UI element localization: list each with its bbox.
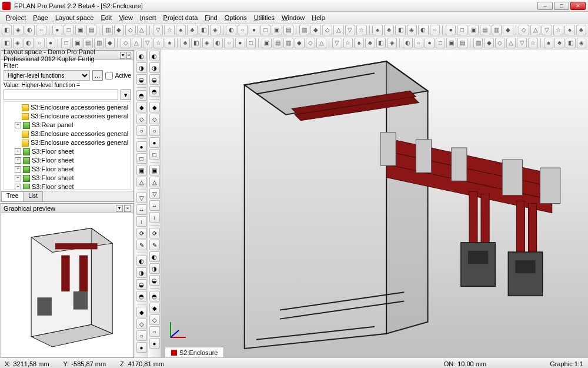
toolbar-button[interactable]: ◧ <box>2 25 12 35</box>
value-input[interactable] <box>4 89 118 100</box>
vtool-button[interactable]: ◐ <box>136 256 147 266</box>
vtool-button[interactable]: ◐ <box>149 51 160 61</box>
vtool-button[interactable]: ↕ <box>149 212 160 223</box>
toolbar-button[interactable]: ☆ <box>528 38 538 48</box>
toolbar-button[interactable]: □ <box>246 38 256 48</box>
toolbar-button[interactable]: ♣ <box>187 25 197 35</box>
maximize-button[interactable]: □ <box>554 2 569 10</box>
menu-project-data[interactable]: Project data <box>160 13 202 22</box>
toolbar-button[interactable]: ● <box>425 38 435 48</box>
toolbar-button[interactable]: ◧ <box>566 38 576 48</box>
toolbar-button[interactable]: ◐ <box>25 25 35 35</box>
toolbar-button[interactable]: ○ <box>36 25 46 35</box>
vtool-button[interactable]: ◓ <box>136 291 147 301</box>
toolbar-button[interactable]: ▥ <box>299 25 309 35</box>
toolbar-button[interactable]: ☆ <box>553 25 563 35</box>
vtool-button[interactable]: ↕ <box>136 216 147 227</box>
vtool-button[interactable]: ↔ <box>136 204 147 215</box>
vtool-button[interactable]: ○ <box>149 326 160 337</box>
toolbar-button[interactable]: ▽ <box>332 38 342 48</box>
toolbar-button[interactable]: ▤ <box>86 25 96 35</box>
toolbar-button[interactable]: △ <box>530 25 540 35</box>
vtool-button[interactable]: ◐ <box>136 51 147 61</box>
toolbar-button[interactable]: ▣ <box>469 25 479 35</box>
toolbar-button[interactable]: ◇ <box>495 38 505 48</box>
toolbar-button[interactable]: △ <box>506 38 516 48</box>
toolbar-button[interactable]: ▥ <box>94 38 104 48</box>
3d-viewport[interactable]: S2:Enclosure <box>161 49 588 357</box>
toolbar-button[interactable]: ☆ <box>164 25 174 35</box>
vtool-button[interactable]: ● <box>149 338 160 349</box>
toolbar-button[interactable]: ▥ <box>473 38 483 48</box>
toolbar-button[interactable]: □ <box>260 25 270 35</box>
vtool-button[interactable]: ◇ <box>149 114 160 124</box>
menu-layout-space[interactable]: Layout space <box>52 13 97 22</box>
toolbar-button[interactable]: ● <box>446 25 456 35</box>
vtool-button[interactable]: ◇ <box>136 114 147 124</box>
toolbar-button[interactable]: ◆ <box>484 38 494 48</box>
toolbar-button[interactable]: ☆ <box>343 38 353 48</box>
toolbar-button[interactable]: ◧ <box>376 38 386 48</box>
tree-node[interactable]: S3:Enclosure accessories general <box>5 130 129 138</box>
toolbar-button[interactable]: □ <box>457 25 467 35</box>
panel-menu-icon[interactable]: ▾ <box>120 52 125 59</box>
toolbar-button[interactable]: ♣ <box>384 25 394 35</box>
vtool-button[interactable]: △ <box>136 177 147 187</box>
toolbar-button[interactable]: ▥ <box>283 38 293 48</box>
vtool-button[interactable]: □ <box>136 153 147 164</box>
vtool-button[interactable]: ◑ <box>136 267 147 278</box>
expand-icon[interactable]: + <box>15 184 21 190</box>
toolbar-button[interactable]: ◆ <box>114 25 124 35</box>
toolbar-button[interactable]: ● <box>52 25 62 35</box>
vtool-button[interactable]: ◇ <box>136 319 147 329</box>
toolbar-button[interactable]: ▽ <box>143 38 153 48</box>
toolbar-button[interactable]: ♠ <box>564 25 574 35</box>
value-dropdown-button[interactable]: ▾ <box>121 89 131 100</box>
toolbar-button[interactable]: △ <box>132 38 142 48</box>
toolbar-button[interactable]: ◈ <box>577 38 587 48</box>
vtool-button[interactable]: ✎ <box>149 240 160 250</box>
toolbar-button[interactable]: ♣ <box>576 25 586 35</box>
minimize-button[interactable]: – <box>537 2 553 10</box>
vtool-button[interactable]: ◇ <box>149 314 160 325</box>
toolbar-button[interactable]: ▤ <box>283 25 293 35</box>
menu-view[interactable]: View <box>115 13 136 22</box>
expand-icon[interactable]: + <box>15 166 21 173</box>
toolbar-button[interactable]: ◈ <box>13 38 23 48</box>
vtool-button[interactable]: ▣ <box>136 165 147 175</box>
tab-tree[interactable]: Tree <box>1 191 24 201</box>
toolbar-button[interactable]: ◆ <box>295 38 305 48</box>
toolbar-button[interactable]: ♣ <box>181 38 191 48</box>
vtool-button[interactable]: ◒ <box>136 74 147 85</box>
active-checkbox[interactable] <box>105 72 113 79</box>
preview-close-icon[interactable]: × <box>124 205 131 212</box>
vtool-button[interactable]: ○ <box>136 330 147 341</box>
vtool-button[interactable]: ◑ <box>136 62 147 73</box>
toolbar-button[interactable]: ◐ <box>213 38 223 48</box>
menu-options[interactable]: Options <box>221 13 250 22</box>
toolbar-button[interactable]: ◧ <box>2 38 12 48</box>
menu-window[interactable]: Window <box>278 13 308 22</box>
toolbar-button[interactable]: ○ <box>238 25 248 35</box>
vtool-button[interactable]: □ <box>149 149 160 160</box>
filter-select[interactable]: Higher-level functions <box>4 70 90 81</box>
filter-browse-button[interactable]: … <box>92 70 103 81</box>
toolbar-button[interactable]: ○ <box>35 38 45 48</box>
toolbar-button[interactable]: ◆ <box>503 25 513 35</box>
expand-icon[interactable]: + <box>15 148 21 155</box>
vtool-button[interactable]: ◐ <box>149 251 160 262</box>
toolbar-button[interactable]: ▽ <box>153 25 163 35</box>
toolbar-button[interactable]: ♠ <box>372 25 382 35</box>
vtool-button[interactable]: △ <box>149 177 160 187</box>
document-tab[interactable]: S2:Enclosure <box>165 347 224 357</box>
toolbar-button[interactable]: ◈ <box>210 25 220 35</box>
toolbar-button[interactable]: ▣ <box>75 25 85 35</box>
toolbar-button[interactable]: ▤ <box>273 38 283 48</box>
menu-help[interactable]: Help <box>308 13 329 22</box>
toolbar-button[interactable]: ◐ <box>418 25 428 35</box>
toolbar-button[interactable]: ◇ <box>322 25 332 35</box>
vtool-button[interactable]: ⟳ <box>149 228 160 238</box>
toolbar-button[interactable]: □ <box>64 25 74 35</box>
toolbar-button[interactable]: ● <box>249 25 259 35</box>
toolbar-button[interactable]: ◇ <box>121 38 131 48</box>
